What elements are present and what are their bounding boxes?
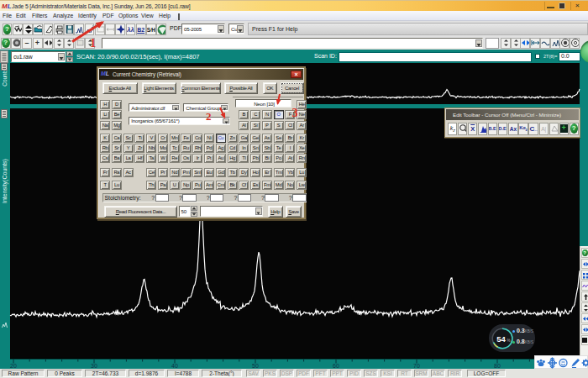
- svg-text:%: %: [507, 339, 511, 343]
- svg-text:20: 20: [10, 363, 17, 369]
- svg-text:80: 80: [494, 363, 501, 369]
- svg-text:30: 30: [91, 363, 97, 369]
- svg-text:60: 60: [333, 363, 339, 369]
- svg-text:40: 40: [171, 363, 178, 369]
- svg-text:70: 70: [413, 363, 420, 369]
- svg-text:54: 54: [496, 333, 506, 343]
- svg-text:50: 50: [252, 363, 259, 369]
